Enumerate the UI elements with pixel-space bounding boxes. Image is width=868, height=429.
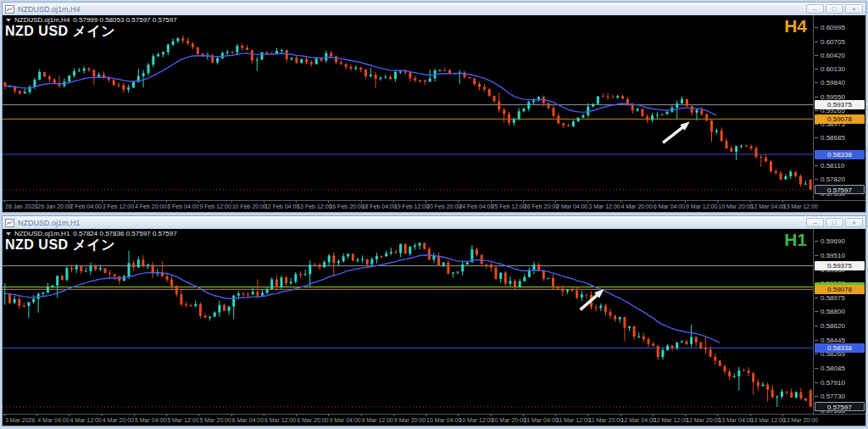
- window-title: NZDUSD.oj1m,H1: [18, 217, 803, 229]
- x-tick-mark: [264, 201, 264, 203]
- x-tick-mark: [393, 415, 394, 416]
- time-axis[interactable]: 3 Mar 20264 Mar 04:004 Mar 12:004 Mar 20…: [3, 414, 865, 426]
- x-tick-label: 3 Mar 2026: [5, 417, 35, 423]
- x-tick-mark: [69, 201, 70, 203]
- chevron-down-icon[interactable]: [6, 232, 11, 236]
- x-tick-label: 9 Mar 12:00: [686, 203, 717, 209]
- x-tick-mark: [523, 415, 524, 416]
- x-tick-mark: [458, 415, 459, 416]
- x-tick-mark: [426, 415, 426, 416]
- x-tick-mark: [587, 415, 588, 416]
- x-tick-label: 13 Mar 12:00: [751, 417, 786, 423]
- x-tick-mark: [296, 415, 297, 416]
- y-tick-label: 0.59840: [821, 79, 845, 86]
- x-tick-label: 20 Feb 20:00: [426, 203, 461, 209]
- x-tick-label: 11 Mar 12:00: [556, 417, 591, 423]
- minimize-button[interactable]: –: [806, 218, 824, 227]
- x-tick-mark: [782, 201, 783, 203]
- candlestick-plot[interactable]: NZDUSD.oj1m,H1 0.57824 0.57836 0.57597 0…: [3, 229, 813, 414]
- x-tick-mark: [620, 201, 621, 203]
- x-tick-label: 12 Feb 04:00: [264, 203, 299, 209]
- candlestick-plot[interactable]: NZDUSD.oj1m,H4 0.57999 0.58053 0.57597 0…: [3, 15, 813, 200]
- window-titlebar[interactable]: NZDUSD.oj1m,H1 – □ ×: [3, 216, 865, 230]
- y-tick-label: 0.58800: [821, 308, 845, 315]
- x-tick-mark: [393, 201, 394, 203]
- x-tick-label: 5 Mar 12:00: [167, 417, 198, 423]
- window-titlebar[interactable]: NZDUSD.oj1m,H4 – □ ×: [3, 3, 865, 16]
- x-tick-label: 4 Mar 20:00: [103, 417, 134, 423]
- x-tick-mark: [782, 415, 783, 416]
- x-tick-mark: [102, 415, 103, 416]
- x-tick-mark: [361, 415, 362, 416]
- x-tick-label: 10 Mar 04:00: [426, 417, 461, 423]
- current-price-label: 0.57597: [815, 402, 865, 411]
- x-tick-mark: [717, 415, 718, 416]
- y-tick-label: 0.60420: [821, 52, 845, 59]
- x-tick-label: 3 Feb 12:00: [103, 203, 134, 209]
- y-tick-label: 0.58085: [821, 365, 845, 372]
- x-tick-mark: [4, 415, 5, 416]
- price-level-label: 0.59078: [815, 114, 865, 124]
- x-tick-label: 16 Feb 20:00: [329, 203, 364, 209]
- minimize-button[interactable]: –: [806, 4, 824, 14]
- y-tick-label: 0.60995: [821, 24, 845, 31]
- x-tick-mark: [231, 415, 232, 416]
- x-tick-label: 19 Feb 12:00: [394, 203, 429, 209]
- price-axis[interactable]: 0.596900.595100.593300.591550.589750.588…: [813, 229, 865, 414]
- x-tick-mark: [587, 201, 588, 203]
- chart-area[interactable]: NZDUSD.oj1m,H4 0.57999 0.58053 0.57597 0…: [3, 15, 865, 212]
- x-tick-mark: [36, 201, 37, 203]
- y-tick-label: 0.60705: [821, 38, 845, 46]
- price-axis[interactable]: 0.609950.607050.604200.601300.598400.595…: [813, 15, 865, 200]
- x-tick-label: 4 Feb 20:00: [135, 203, 166, 209]
- x-tick-label: 13 Feb 12:00: [297, 203, 331, 209]
- price-level-label: 0.59078: [815, 285, 865, 294]
- x-tick-mark: [523, 201, 524, 203]
- x-tick-label: 6 Feb 04:00: [167, 203, 198, 209]
- x-tick-label: 9 Mar 20:00: [394, 417, 426, 423]
- x-tick-label: 13 Mar 20:00: [783, 417, 818, 423]
- x-tick-mark: [231, 201, 232, 203]
- x-tick-mark: [166, 201, 167, 203]
- window-title: NZDUSD.oj1m,H4: [18, 3, 803, 15]
- restore-button[interactable]: □: [826, 4, 843, 14]
- moving-average-line: [5, 255, 721, 343]
- x-tick-mark: [69, 415, 70, 416]
- x-tick-label: 24 Feb 04:00: [459, 203, 493, 209]
- x-tick-label: 28 Jan 2026: [5, 203, 38, 209]
- close-button[interactable]: ×: [845, 218, 863, 227]
- close-button[interactable]: ×: [845, 4, 863, 14]
- y-tick-label: 0.57910: [821, 379, 845, 387]
- chart-area[interactable]: NZDUSD.oj1m,H1 0.57824 0.57836 0.57597 0…: [3, 229, 865, 426]
- candlestick-series: [3, 242, 811, 407]
- x-tick-label: 12 Mar 04:00: [751, 203, 786, 209]
- x-tick-label: 12 Mar 20:00: [686, 417, 721, 423]
- price-level-label: 0.58338: [815, 343, 865, 353]
- x-tick-mark: [555, 201, 556, 203]
- chart-window-h4: NZDUSD.oj1m,H4 – □ × NZDUSD.oj1m,H4 0.57…: [2, 2, 866, 213]
- x-tick-mark: [134, 415, 135, 416]
- x-tick-mark: [198, 201, 199, 203]
- x-tick-mark: [264, 415, 264, 416]
- x-tick-label: 9 Feb 12:00: [199, 203, 231, 209]
- x-tick-label: 6 Mar 12:00: [264, 417, 296, 423]
- x-tick-mark: [36, 415, 37, 416]
- price-level-label: 0.59375: [815, 100, 865, 109]
- x-tick-label: 9 Mar 04:00: [329, 417, 360, 423]
- x-tick-mark: [685, 415, 686, 416]
- x-tick-mark: [102, 201, 103, 203]
- x-tick-label: 29 Jan 20:00: [37, 203, 71, 209]
- restore-button[interactable]: □: [826, 218, 843, 227]
- x-tick-mark: [685, 201, 686, 203]
- x-tick-mark: [750, 415, 751, 416]
- x-tick-label: 11 Mar 20:00: [588, 417, 623, 423]
- timeframe-badge: H1: [784, 230, 807, 250]
- time-axis[interactable]: 28 Jan 202629 Jan 20:002 Feb 04:003 Feb …: [3, 200, 865, 212]
- x-tick-mark: [361, 201, 362, 203]
- chevron-down-icon[interactable]: [6, 19, 11, 22]
- y-tick-label: 0.57820: [821, 176, 845, 183]
- x-tick-mark: [198, 415, 199, 416]
- x-tick-mark: [328, 201, 329, 203]
- x-tick-mark: [458, 201, 459, 203]
- x-tick-label: 2 Mar 04:00: [556, 203, 587, 209]
